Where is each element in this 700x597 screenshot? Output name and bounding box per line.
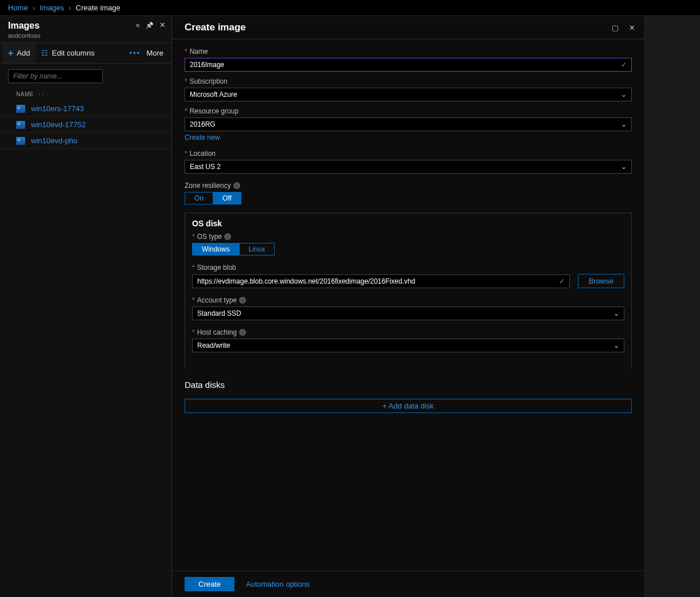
resource-group-select[interactable]: 2016RG ⌄ xyxy=(185,117,632,131)
add-button-label: Add xyxy=(17,49,30,57)
collapse-icon[interactable] xyxy=(136,21,140,29)
chevron-down-icon: ⌄ xyxy=(613,309,619,317)
os-windows-option[interactable]: Windows xyxy=(193,243,240,255)
required-icon: * xyxy=(185,150,187,158)
create-button[interactable]: Create xyxy=(185,577,234,591)
host-caching-select[interactable]: Read/write ⌄ xyxy=(192,339,624,352)
account-type-label: Account type xyxy=(197,296,237,304)
required-icon: * xyxy=(192,233,195,241)
right-gutter xyxy=(645,16,700,597)
more-button[interactable]: ••• More xyxy=(124,43,169,63)
info-icon[interactable]: i xyxy=(239,297,246,304)
footer-bar: Create Automation options xyxy=(172,571,644,597)
breadcrumb: Home › Images › Create image xyxy=(0,0,700,16)
automation-options-link[interactable]: Automation options xyxy=(246,580,310,588)
add-data-disk-button[interactable]: + Add data disk xyxy=(185,399,632,413)
image-list: win10ers-17743 win10evd-17752 win10evd-p… xyxy=(0,101,171,149)
required-icon: * xyxy=(192,264,195,272)
image-icon xyxy=(16,105,25,113)
zone-on-option[interactable]: On xyxy=(185,193,213,204)
required-icon: * xyxy=(192,328,195,336)
os-linux-option[interactable]: Linux xyxy=(240,243,275,255)
os-disk-heading: OS disk xyxy=(192,219,624,228)
os-disk-section: OS disk * OS type i Windows Linux * xyxy=(185,213,632,368)
data-disks-heading: Data disks xyxy=(185,380,632,390)
image-link[interactable]: win10evd-17752 xyxy=(31,120,85,129)
close-icon[interactable] xyxy=(159,21,166,29)
data-disks-section: Data disks + Add data disk xyxy=(185,380,632,413)
check-icon: ✓ xyxy=(621,61,627,69)
required-icon: * xyxy=(185,48,187,56)
zone-resiliency-toggle[interactable]: On Off xyxy=(185,192,241,205)
pin-icon[interactable] xyxy=(146,21,154,29)
sort-ascending-icon: ↑↓ xyxy=(38,91,44,97)
image-link[interactable]: win10ers-17743 xyxy=(31,104,84,113)
location-select[interactable]: East US 2 ⌄ xyxy=(185,160,632,174)
image-icon xyxy=(16,137,25,145)
add-button[interactable]: + Add xyxy=(2,43,36,63)
list-item[interactable]: win10evd-pho xyxy=(0,133,171,149)
location-label: Location xyxy=(190,150,216,158)
chevron-right-icon: › xyxy=(33,3,35,12)
chevron-down-icon: ⌄ xyxy=(621,91,627,99)
chevron-down-icon: ⌄ xyxy=(621,120,627,128)
subscription-select[interactable]: Microsoft Azure ⌄ xyxy=(185,88,632,101)
account-type-select[interactable]: Standard SSD ⌄ xyxy=(192,307,624,320)
subscription-label: Subscription xyxy=(190,77,228,85)
resource-group-label: Resource group xyxy=(190,107,238,115)
create-new-link[interactable]: Create new xyxy=(185,133,220,142)
maximize-icon[interactable] xyxy=(612,23,619,32)
host-caching-label: Host caching xyxy=(197,328,237,336)
name-column-header[interactable]: NAME ↑↓ xyxy=(0,88,171,101)
zone-resiliency-label: Zone resiliency xyxy=(185,182,231,190)
breadcrumb-home[interactable]: Home xyxy=(8,3,28,12)
more-label: More xyxy=(146,49,163,57)
info-icon[interactable]: i xyxy=(233,182,240,189)
list-item[interactable]: win10evd-17752 xyxy=(0,117,171,133)
required-icon: * xyxy=(185,77,187,85)
os-type-label: OS type xyxy=(197,233,222,241)
images-panel: Images avdcontoso + Add ☷ Edit columns •… xyxy=(0,16,172,597)
images-panel-subtitle: avdcontoso xyxy=(8,32,163,39)
name-label: Name xyxy=(190,48,208,56)
columns-icon: ☷ xyxy=(41,49,48,57)
breadcrumb-images[interactable]: Images xyxy=(40,3,64,12)
info-icon[interactable]: i xyxy=(239,329,246,336)
check-icon: ✓ xyxy=(559,277,565,285)
command-bar: + Add ☷ Edit columns ••• More xyxy=(0,43,171,64)
plus-icon: + xyxy=(8,48,13,58)
image-link[interactable]: win10evd-pho xyxy=(31,136,77,145)
os-type-toggle[interactable]: Windows Linux xyxy=(192,243,275,256)
image-icon xyxy=(16,121,25,129)
zone-off-option[interactable]: Off xyxy=(213,193,241,204)
create-image-title: Create image xyxy=(185,22,246,33)
chevron-down-icon: ⌄ xyxy=(621,163,627,171)
required-icon: * xyxy=(192,296,195,304)
required-icon: * xyxy=(185,107,187,115)
create-image-panel: Create image * Name 2016Image ✓ * xyxy=(172,16,645,597)
chevron-right-icon: › xyxy=(69,3,71,12)
list-item[interactable]: win10ers-17743 xyxy=(0,101,171,117)
close-icon[interactable] xyxy=(629,23,635,32)
browse-button[interactable]: Browse xyxy=(578,274,624,288)
filter-input[interactable] xyxy=(8,69,103,83)
info-icon[interactable]: i xyxy=(224,233,231,240)
edit-columns-button[interactable]: ☷ Edit columns xyxy=(36,43,100,63)
chevron-down-icon: ⌄ xyxy=(613,341,619,349)
breadcrumb-current: Create image xyxy=(76,3,120,12)
ellipsis-icon: ••• xyxy=(130,49,141,57)
name-input[interactable]: 2016Image ✓ xyxy=(185,58,632,72)
storage-blob-label: Storage blob xyxy=(197,264,236,272)
storage-blob-input[interactable]: https://evdimage.blob.core.windows.net/2… xyxy=(192,274,570,288)
edit-columns-label: Edit columns xyxy=(52,49,94,57)
